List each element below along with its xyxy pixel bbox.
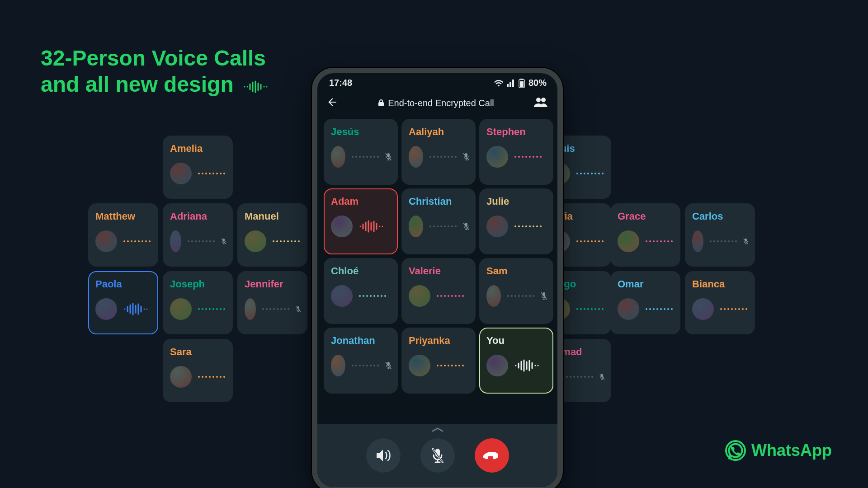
svg-point-8 bbox=[266, 86, 268, 88]
pull-handle-icon[interactable] bbox=[431, 427, 444, 435]
audio-wave-icon bbox=[359, 220, 384, 233]
participant-card[interactable]: Jennifer bbox=[237, 271, 307, 334]
battery-percent: 80% bbox=[528, 78, 547, 88]
audio-dots-icon bbox=[262, 308, 289, 310]
arrow-left-icon bbox=[326, 96, 338, 108]
audio-wave-icon bbox=[514, 359, 540, 372]
svg-point-25 bbox=[146, 309, 148, 310]
participant-name: Omar bbox=[618, 278, 674, 290]
participant-card[interactable]: Stephen bbox=[479, 119, 553, 185]
status-right: 80% bbox=[494, 78, 547, 88]
participant-card[interactable]: Grace bbox=[610, 203, 680, 267]
avatar bbox=[409, 216, 423, 237]
audio-dots-icon bbox=[576, 308, 604, 310]
participant-card[interactable]: Carlos bbox=[685, 203, 755, 267]
hang-up-icon bbox=[483, 451, 501, 460]
mic-off-icon bbox=[385, 151, 392, 163]
audio-dots-icon bbox=[123, 240, 151, 242]
audio-dots-icon bbox=[720, 308, 747, 310]
audio-dots-icon bbox=[576, 173, 604, 174]
lock-icon bbox=[378, 99, 384, 107]
svg-point-48 bbox=[360, 226, 361, 227]
svg-point-38 bbox=[536, 98, 541, 102]
participant-card[interactable]: Jesús bbox=[324, 119, 398, 185]
audio-dots-icon bbox=[352, 156, 379, 158]
audio-dots-icon bbox=[198, 173, 225, 174]
participant-card[interactable]: Joseph bbox=[163, 271, 233, 334]
avatar bbox=[170, 366, 192, 388]
svg-point-1 bbox=[247, 86, 248, 88]
avatar bbox=[486, 216, 508, 237]
headline: 32-Person Voice Calls and all new design bbox=[41, 45, 269, 99]
wifi-icon bbox=[494, 80, 503, 87]
audio-dots-icon bbox=[273, 240, 300, 242]
svg-point-69 bbox=[515, 365, 517, 366]
participant-card[interactable]: Christian bbox=[401, 188, 476, 254]
end-call-button[interactable] bbox=[475, 438, 509, 473]
participant-card[interactable]: Matthew bbox=[88, 203, 158, 267]
participant-card[interactable]: Manuel bbox=[237, 203, 307, 267]
back-button[interactable] bbox=[326, 96, 338, 110]
participant-name: Matthew bbox=[95, 211, 152, 222]
participant-name: Jonathan bbox=[331, 335, 392, 347]
mic-off-icon bbox=[296, 303, 301, 315]
audio-dots-icon bbox=[514, 156, 542, 158]
participant-name: Chloé bbox=[331, 265, 392, 277]
participant-card[interactable]: Sam bbox=[479, 258, 553, 324]
participant-card[interactable]: Amelia bbox=[163, 136, 233, 199]
participant-card[interactable]: Bianca bbox=[685, 271, 755, 334]
participant-card[interactable]: Valerie bbox=[401, 258, 476, 324]
participant-card[interactable]: Jonathan bbox=[324, 328, 398, 394]
avatar bbox=[331, 285, 353, 307]
participant-card[interactable]: Priyanka bbox=[401, 328, 476, 394]
mic-off-icon bbox=[541, 290, 547, 302]
participants-button[interactable] bbox=[534, 97, 547, 109]
participant-card[interactable]: Aaliyah bbox=[401, 119, 476, 185]
participant-name: Grace bbox=[618, 211, 674, 222]
participant-card[interactable]: Paola bbox=[88, 271, 158, 334]
audio-dots-icon bbox=[188, 240, 215, 242]
brand-logo: WhatsApp bbox=[725, 440, 832, 461]
avatar bbox=[331, 355, 345, 376]
audio-dots-icon bbox=[429, 225, 457, 227]
participant-name: Amelia bbox=[170, 143, 226, 155]
participant-name: Sara bbox=[170, 346, 226, 358]
audio-dots-icon bbox=[514, 225, 542, 227]
svg-point-77 bbox=[538, 365, 539, 366]
participant-card[interactable]: Adam bbox=[324, 188, 398, 254]
audio-dots-icon bbox=[507, 295, 534, 297]
audio-dots-icon bbox=[566, 376, 593, 378]
call-action-bar bbox=[317, 424, 557, 487]
status-time: 17:48 bbox=[329, 78, 352, 88]
participant-card[interactable]: You bbox=[479, 328, 553, 394]
avatar bbox=[170, 298, 192, 320]
participant-card[interactable]: Adriana bbox=[163, 203, 233, 267]
mic-off-icon bbox=[221, 235, 226, 247]
phone-mockup: 17:48 80% End-to-end Encrypted Call Jesú… bbox=[312, 68, 563, 488]
avatar bbox=[486, 355, 508, 376]
avatar bbox=[486, 285, 501, 307]
phone-call-grid: JesúsAaliyahStephenAdamChristianJulieChl… bbox=[317, 115, 557, 395]
audio-dots-icon bbox=[198, 376, 225, 378]
sound-wave-icon bbox=[243, 73, 269, 99]
svg-point-56 bbox=[382, 226, 383, 227]
audio-dots-icon bbox=[359, 295, 386, 297]
people-icon bbox=[534, 97, 547, 107]
svg-rect-37 bbox=[378, 102, 384, 106]
speaker-button[interactable] bbox=[366, 438, 401, 473]
participant-name: Julie bbox=[486, 196, 547, 207]
participant-name: You bbox=[486, 335, 547, 347]
svg-point-24 bbox=[144, 309, 145, 310]
avatar bbox=[95, 230, 117, 252]
participant-card[interactable]: Chloé bbox=[324, 258, 398, 324]
avatar bbox=[409, 146, 423, 168]
svg-point-76 bbox=[535, 365, 536, 366]
participant-card[interactable]: Omar bbox=[610, 271, 680, 334]
signal-icon bbox=[507, 80, 515, 87]
avatar bbox=[245, 230, 266, 252]
participant-card[interactable]: Sara bbox=[163, 339, 233, 402]
svg-point-17 bbox=[124, 309, 126, 310]
participant-card[interactable]: Julie bbox=[479, 188, 553, 254]
avatar bbox=[95, 298, 117, 320]
mute-button[interactable] bbox=[420, 438, 455, 473]
